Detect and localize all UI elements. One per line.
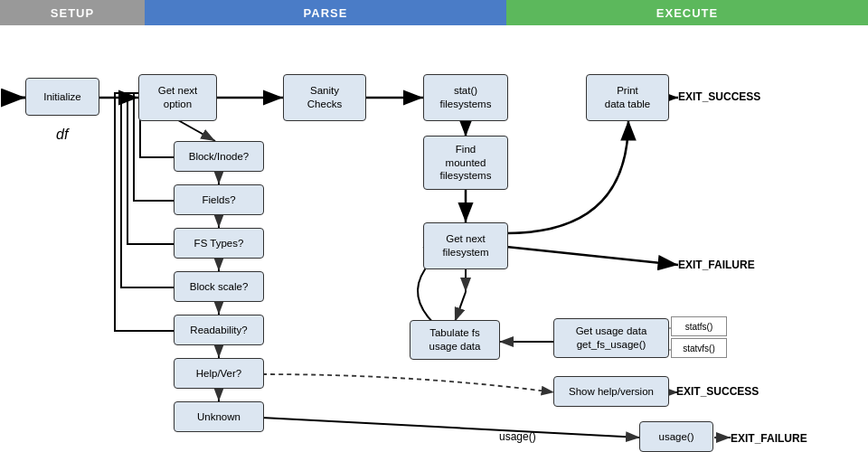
show-help-version-box: Show help/version [553,376,669,407]
exit-failure-1-label: EXIT_FAILURE [678,259,755,271]
phase-parse: PARSE [145,0,506,25]
exit-success-2-label: EXIT_SUCCESS [676,385,759,398]
svg-line-22 [262,418,640,438]
df-label: df [56,127,68,143]
block-inode-box: Block/Inode? [174,141,264,172]
unknown-box: Unknown [174,401,264,432]
help-ver-box: Help/Ver? [174,358,264,389]
fs-types-box: FS Types? [174,228,264,259]
tabulate-fs-box: Tabulate fsusage data [410,320,500,360]
statvfs-box: statvfs() [671,338,727,358]
statfs-box: statfs() [671,316,727,336]
show-help-box: usage() [639,421,713,452]
get-usage-data-box: Get usage dataget_fs_usage() [553,318,669,358]
phase-setup: SETUP [0,0,145,25]
svg-line-9 [506,247,678,265]
exit-failure-2-label: EXIT_FAILURE [731,432,807,445]
sanity-checks-box: SanityChecks [283,74,366,121]
get-next-option-box: Get nextoption [138,74,217,121]
phase-execute: EXECUTE [506,0,868,25]
get-next-filesystem-box: Get nextfilesystem [423,222,508,269]
usage-label: usage() [499,430,536,443]
readability-box: Readability? [174,315,264,345]
stat-filesystems-box: stat()filesystems [423,74,508,121]
find-mounted-box: Findmountedfilesystems [423,136,508,190]
initialize-box: Initialize [25,78,99,116]
svg-line-11 [455,292,466,322]
block-scale-box: Block scale? [174,271,264,302]
svg-line-13 [178,120,215,141]
fields-box: Fields? [174,184,264,215]
print-data-table-box: Printdata table [586,74,669,121]
exit-success-1-label: EXIT_SUCCESS [678,90,760,103]
